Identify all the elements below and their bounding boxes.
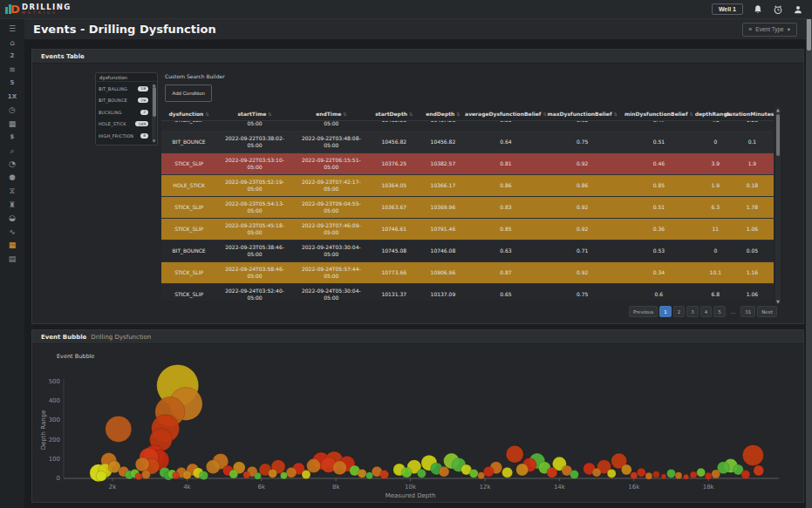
event-bubble-point[interactable] — [483, 466, 494, 477]
next-page-button[interactable]: Next — [757, 306, 777, 317]
event-bubble-point[interactable] — [229, 470, 238, 478]
event-bubble-chart[interactable]: 01002003004005002k4k6k8k10k12k14k16k18kM… — [38, 360, 798, 501]
event-bubble-point[interactable] — [302, 471, 310, 479]
event-bubble-point[interactable] — [621, 464, 631, 475]
page-button-1[interactable]: 1 — [659, 306, 672, 317]
table-row[interactable]: STICK_SLIP2022-09-24T03:52:40-05:002022-… — [161, 284, 774, 301]
table-row[interactable]: STICK_SLIP2022-09-22T03:10:26-05:002022-… — [161, 121, 774, 132]
table-row[interactable]: STICK_SLIP2022-09-22T03:53:10-05:002022-… — [161, 153, 774, 175]
event-bubble-point[interactable] — [401, 467, 412, 478]
event-bubble-point[interactable] — [741, 471, 750, 479]
page-button-3[interactable]: 3 — [686, 306, 699, 317]
widget-2-icon[interactable]: 2 — [5, 51, 19, 61]
event-bubble-point[interactable] — [280, 472, 287, 479]
event-bubble-point[interactable] — [547, 467, 557, 478]
table-row[interactable]: STICK_SLIP2022-09-23T05:54:13-05:002022-… — [161, 197, 774, 219]
event-bubble-point[interactable] — [516, 464, 529, 476]
one-x-icon[interactable]: 1X — [5, 92, 19, 102]
event-type-dropdown[interactable]: ≡ Event Type ▾ — [742, 23, 797, 37]
event-bubble-point[interactable] — [645, 472, 652, 479]
event-bubble-point[interactable] — [307, 459, 321, 473]
kpi-chart-icon[interactable]: ▦ — [5, 119, 19, 129]
column-header-durationMinutes[interactable]: durationMinutes⇅ — [734, 107, 770, 120]
page-button-31[interactable]: 31 — [740, 306, 755, 317]
event-bubble-point[interactable] — [182, 471, 191, 479]
filter-item-bit_bounce[interactable]: BIT_BOUNCE79 — [96, 95, 151, 107]
derrick-icon[interactable]: ♜ — [5, 200, 19, 210]
event-bubble-point[interactable] — [506, 445, 523, 463]
event-bubble-point[interactable] — [141, 471, 150, 479]
event-bubble-point[interactable] — [380, 471, 389, 479]
home-icon[interactable]: ⌂ — [5, 38, 19, 48]
rig-activity-icon[interactable]: ≋ — [5, 65, 19, 75]
event-bubble-point[interactable] — [754, 465, 764, 476]
table-scroll-up-icon[interactable]: ▲ — [775, 107, 781, 112]
brand-logo[interactable]: D DRILLING METRICS — [5, 3, 72, 16]
table-row[interactable]: HOLE_STICK2022-09-23T05:52:19-05:002022-… — [161, 175, 774, 197]
column-header-averageDysfunctionBelief[interactable]: averageDysfunctionBelief⇅ — [467, 107, 544, 120]
event-bubble-point[interactable] — [661, 474, 666, 479]
menu-icon[interactable]: ☰ — [5, 24, 19, 34]
event-bubble-point[interactable] — [135, 473, 142, 480]
time-gauge-icon[interactable]: ◷ — [5, 105, 19, 115]
event-bubble-point[interactable] — [697, 468, 706, 477]
event-bubble-point[interactable] — [200, 471, 208, 480]
event-bubble-point[interactable] — [469, 469, 478, 478]
user-profile-icon[interactable] — [792, 3, 803, 15]
event-bubble-point[interactable] — [173, 472, 180, 479]
notifications-bell-icon[interactable] — [752, 3, 763, 15]
event-bubble-point[interactable] — [705, 472, 712, 479]
event-bubble-point[interactable] — [333, 461, 347, 475]
column-header-endTime[interactable]: endTime⇅ — [293, 107, 370, 120]
event-bubble-point[interactable] — [570, 471, 579, 479]
event-bubble-point[interactable] — [690, 471, 697, 478]
event-bubble-point[interactable] — [358, 469, 366, 478]
table-scroll-down-icon[interactable]: ▼ — [775, 299, 781, 304]
report-icon[interactable]: ▤ — [5, 254, 19, 264]
event-bubble-point[interactable] — [637, 468, 645, 477]
events-calendar-icon[interactable]: ▦ — [5, 240, 19, 250]
filter-item-buckling[interactable]: BUCKLING2 — [96, 106, 151, 119]
event-bubble-point[interactable] — [592, 468, 601, 477]
column-header-startDepth[interactable]: startDepth⇅ — [370, 107, 419, 120]
widget-5-icon[interactable]: 5 — [5, 78, 19, 88]
column-header-startTime[interactable]: startTime⇅ — [216, 107, 293, 120]
event-bubble-point[interactable] — [502, 467, 513, 478]
page-button-2[interactable]: 2 — [673, 306, 686, 317]
event-bubble-point[interactable] — [417, 469, 426, 478]
event-bubble-point[interactable] — [286, 467, 297, 478]
event-bubble-point[interactable] — [96, 471, 106, 481]
event-bubble-point[interactable] — [135, 457, 149, 471]
event-bubble-point[interactable] — [106, 416, 132, 442]
filter-scrollbar[interactable]: ▲ ▼ — [152, 84, 156, 143]
crew-icon[interactable]: ⚉ — [5, 173, 19, 183]
event-bubble-point[interactable] — [675, 472, 682, 479]
event-bubble-point[interactable] — [712, 470, 720, 478]
add-condition-button[interactable]: Add Condition — [165, 85, 212, 102]
event-bubble-point[interactable] — [206, 460, 220, 474]
column-header-maxDysfunctionBelief[interactable]: maxDysfunctionBelief⇅ — [544, 107, 621, 120]
event-bubble-point[interactable] — [243, 471, 250, 478]
event-bubble-point[interactable] — [439, 466, 449, 477]
table-row[interactable]: STICK_SLIP2022-09-23T05:45:18-05:002022-… — [161, 219, 774, 240]
cost-icon[interactable]: $ — [5, 132, 19, 142]
search-icon[interactable]: ⌕ — [5, 146, 19, 156]
wave-icon[interactable]: ∿ — [5, 227, 19, 237]
event-bubble-point[interactable] — [607, 469, 616, 478]
table-row[interactable]: BIT_BOUNCE2022-09-23T05:38:46-05:002022-… — [161, 240, 774, 262]
event-bubble-point[interactable] — [269, 469, 277, 478]
filter-scroll-thumb[interactable] — [153, 87, 156, 117]
table-scroll-thumb[interactable] — [776, 114, 780, 156]
event-bubble-point[interactable] — [684, 474, 689, 479]
table-scrollbar[interactable]: ▲ ▼ — [775, 107, 781, 304]
page-scrollbar[interactable] — [806, 0, 812, 508]
filter-item-bit_balling[interactable]: BIT_BALLING18 — [96, 83, 151, 95]
fluid-drop-icon[interactable]: ◒ — [5, 213, 19, 223]
event-bubble-point[interactable] — [652, 471, 659, 478]
filter-item-high_friction[interactable]: HIGH_FRICTION8 — [96, 130, 151, 142]
filter-scroll-down-icon[interactable]: ▼ — [152, 139, 156, 143]
page-button-4[interactable]: 4 — [700, 306, 713, 317]
column-header-endDepth[interactable]: endDepth⇅ — [419, 107, 467, 120]
event-bubble-point[interactable] — [631, 472, 638, 479]
page-button-5[interactable]: 5 — [713, 306, 726, 317]
